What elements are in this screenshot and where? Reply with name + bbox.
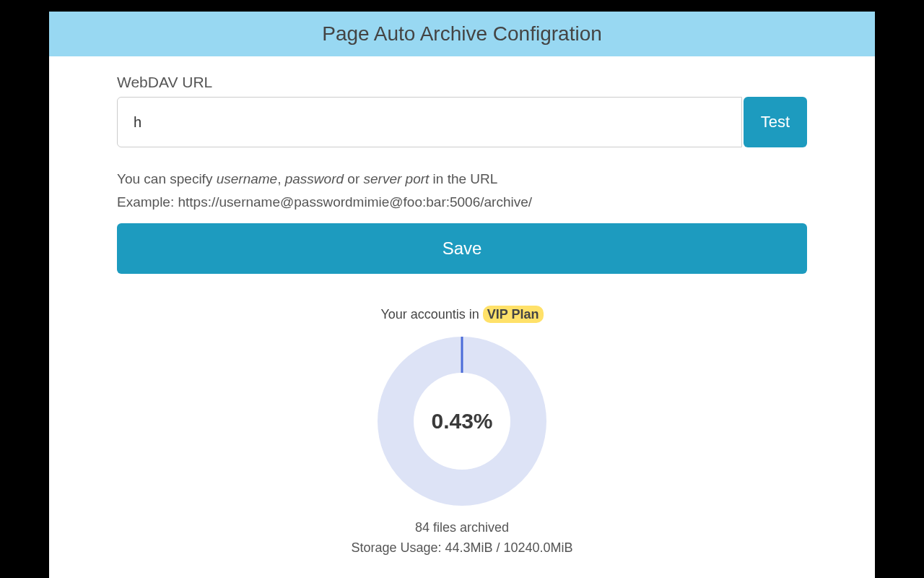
account-status-line: Your accountis in VIP Plan: [117, 307, 807, 322]
webdav-input-row: Test: [117, 97, 807, 147]
helper-em-password: password: [285, 171, 344, 186]
header-bar: Page Auto Archive Configration: [49, 12, 875, 56]
helper-em-port: server port: [364, 171, 430, 186]
account-status-prefix: Your accountis in: [380, 307, 482, 322]
save-button[interactable]: Save: [117, 223, 807, 274]
donut-hole: 0.43%: [414, 373, 510, 470]
page-title: Page Auto Archive Configration: [322, 22, 602, 46]
test-button[interactable]: Test: [744, 97, 807, 147]
webdav-url-label: WebDAV URL: [117, 74, 807, 91]
account-section: Your accountis in VIP Plan 0.43% 84 file…: [117, 307, 807, 559]
vip-plan-badge: VIP Plan: [483, 306, 544, 323]
storage-donut-chart: 0.43%: [378, 337, 546, 506]
webdav-url-input[interactable]: [117, 97, 742, 147]
helper-suffix: in the URL: [429, 171, 497, 186]
donut-used-slice: [461, 337, 463, 373]
helper-text-line1: You can specify username, password or se…: [117, 168, 807, 191]
content-area: WebDAV URL Test You can specify username…: [49, 56, 875, 558]
files-archived-line: 84 files archived: [117, 517, 807, 538]
helper-text-prefix: You can specify: [117, 171, 217, 186]
storage-usage-line: Storage Usage: 44.3MiB / 10240.0MiB: [117, 538, 807, 558]
helper-sep1: ,: [277, 171, 285, 186]
helper-em-username: username: [217, 171, 278, 186]
donut-percent-label: 0.43%: [431, 409, 492, 434]
helper-sep2: or: [344, 171, 363, 186]
config-panel: Page Auto Archive Configration WebDAV UR…: [49, 12, 875, 578]
helper-text-line2: Example: https://username@passwordmimie@…: [117, 191, 807, 214]
